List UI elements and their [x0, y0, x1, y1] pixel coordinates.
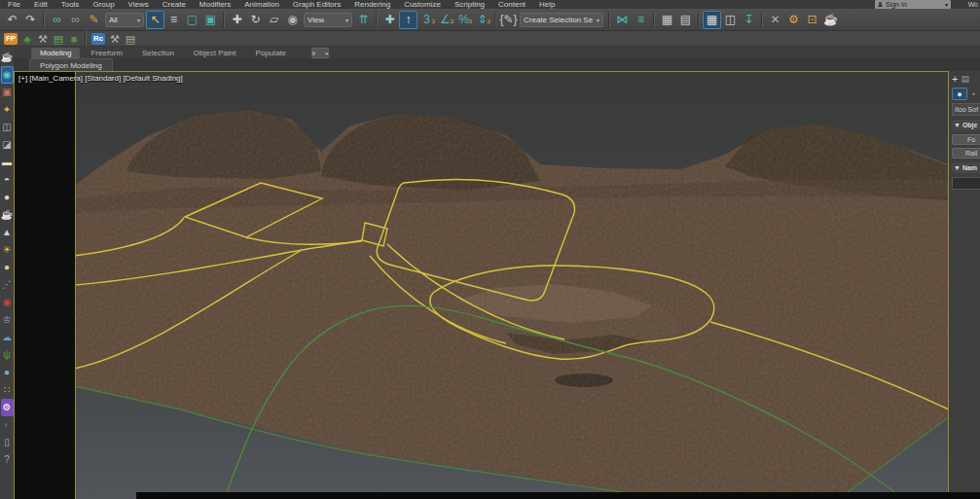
forest-button[interactable]: Fo: [952, 134, 980, 145]
layer-explorer-icon[interactable]: ▤: [676, 11, 695, 29]
ribbon-tab-populate[interactable]: Populate: [246, 48, 295, 58]
menu-item-content[interactable]: Content: [498, 0, 526, 9]
menu-item-edit[interactable]: Edit: [34, 0, 48, 9]
menu-item-create[interactable]: Create: [163, 0, 186, 9]
selection-filter-dropdown[interactable]: All▾: [105, 13, 144, 27]
ribbon-tab-modeling[interactable]: Modeling: [31, 48, 80, 58]
select-and-scale-icon[interactable]: ▱: [265, 11, 283, 29]
purple-gear-icon[interactable]: ⚙: [1, 399, 14, 416]
viewport-scene[interactable]: [75, 72, 949, 499]
primitive-box-icon[interactable]: ▬: [1, 154, 14, 171]
railclone-button[interactable]: Rail: [952, 148, 980, 159]
render-teapot-icon[interactable]: ☕: [1, 49, 14, 66]
sun-light-icon[interactable]: ☀: [1, 241, 14, 259]
workspace-dropdown-partial[interactable]: Wo: [968, 1, 978, 8]
forest-pack-icon[interactable]: FP: [4, 33, 18, 45]
category-dropdown[interactable]: Itoo Sof: [952, 103, 980, 116]
reference-coordinate-system-dropdown[interactable]: View▾: [304, 13, 352, 27]
named-selection-sets-dropdown[interactable]: Create Selection Se▾: [520, 13, 603, 27]
primitive-teapot-icon[interactable]: ☕: [1, 206, 14, 224]
ribbon-tab-selection[interactable]: Selection: [133, 48, 183, 58]
chevron-down-icon[interactable]: ▾: [945, 1, 948, 8]
railclone-library-icon[interactable]: ▤: [123, 32, 138, 46]
primitive-cone-icon[interactable]: ▲: [1, 224, 14, 241]
ribbon-tab-freeform[interactable]: Freeform: [82, 48, 130, 58]
rendered-frame-window-icon[interactable]: ⊡: [803, 11, 821, 29]
menu-item-modifiers[interactable]: Modifiers: [200, 0, 231, 9]
forest-tools-icon[interactable]: ⚒: [35, 32, 51, 46]
window-crossing-icon[interactable]: ▣: [201, 11, 220, 29]
menu-item-help[interactable]: Help: [539, 0, 555, 9]
add-tab-icon[interactable]: +: [952, 73, 958, 85]
physx-cloud-icon[interactable]: ☁: [1, 329, 14, 346]
align-icon[interactable]: ≡: [632, 11, 650, 29]
dark-sphere-icon[interactable]: ◐: [1, 416, 14, 434]
select-by-name-icon[interactable]: ≡: [164, 11, 183, 29]
undo-icon[interactable]: ↶: [3, 11, 21, 29]
scene-explorer-icon[interactable]: ▦: [658, 11, 676, 29]
select-and-rotate-icon[interactable]: ↻: [246, 11, 265, 29]
menu-item-customize[interactable]: Customize: [404, 0, 441, 9]
forest-library-icon[interactable]: ▤: [51, 32, 66, 46]
railclone-tools-icon[interactable]: ⚒: [107, 32, 123, 46]
sphere-light-icon[interactable]: ●: [1, 259, 14, 276]
menu-item-file[interactable]: File: [8, 0, 20, 9]
camera-sound-icon[interactable]: ◪: [1, 136, 14, 154]
percent-snap-icon[interactable]: %ɔ: [454, 11, 473, 29]
physics-spheres-icon[interactable]: ◉: [1, 294, 14, 311]
render-frame-icon[interactable]: ▣: [1, 84, 14, 101]
ribbon-display-toggle[interactable]: [311, 48, 329, 58]
render-production-icon[interactable]: ☕: [821, 11, 840, 29]
menu-item-group[interactable]: Group: [92, 0, 114, 9]
menu-item-scripting[interactable]: Scripting: [454, 0, 485, 9]
rectangular-selection-region-icon[interactable]: ▢: [183, 11, 201, 29]
object-name-field[interactable]: [952, 177, 980, 190]
create-shapes-icon[interactable]: ◔: [970, 89, 975, 99]
ribbon-toggle-icon[interactable]: ▦: [703, 11, 721, 29]
snap-toggle-3d-icon[interactable]: 3ɔ: [417, 11, 436, 29]
select-object-icon[interactable]: ↖: [146, 11, 164, 29]
railclone-icon[interactable]: Rc: [91, 33, 105, 45]
primitive-dome-icon[interactable]: ◓: [1, 171, 14, 189]
menu-item-graph-editors[interactable]: Graph Editors: [293, 0, 341, 9]
particle-flow-icon[interactable]: ♔: [1, 311, 14, 329]
bind-space-warp-icon[interactable]: ✎: [85, 11, 103, 29]
keyboard-shortcut-override-icon[interactable]: ↑: [399, 11, 417, 29]
help-icon[interactable]: ?: [1, 451, 14, 469]
mirror-icon[interactable]: ⋈: [613, 11, 632, 29]
schematic-view-icon[interactable]: ↧: [740, 11, 758, 29]
select-link-icon[interactable]: ∞: [48, 11, 66, 29]
blue-sphere-icon[interactable]: ●: [1, 364, 14, 381]
select-and-place-icon[interactable]: ◉: [283, 11, 302, 29]
forest-trees-icon[interactable]: ♣: [19, 32, 35, 46]
forest-surface-icon[interactable]: ■: [66, 32, 82, 46]
object-type-rollout[interactable]: ▼ Obje: [952, 120, 980, 130]
create-geometry-icon[interactable]: ●: [952, 88, 967, 100]
use-pivot-point-center-icon[interactable]: ⇈: [354, 11, 373, 29]
color-balls-icon[interactable]: ∷: [1, 381, 14, 399]
primitive-sphere-icon[interactable]: ●: [1, 189, 14, 206]
render-setup-icon[interactable]: ⚙: [784, 11, 803, 29]
particle-rain-icon[interactable]: ⋰: [1, 276, 14, 294]
menu-item-views[interactable]: Views: [128, 0, 149, 9]
curve-editor-icon[interactable]: ◫: [721, 11, 740, 29]
ribbon-tab-object-paint[interactable]: Object Paint: [185, 48, 245, 58]
spinner-snap-icon[interactable]: ⇕ɔ: [473, 11, 491, 29]
viewport-label[interactable]: [+] [Main_Camera] [Standard] [Default Sh…: [18, 74, 183, 83]
unlink-selection-icon[interactable]: ∞: [66, 11, 85, 29]
redo-icon[interactable]: ↷: [21, 11, 40, 29]
menu-item-rendering[interactable]: Rendering: [354, 0, 390, 9]
sign-in-button[interactable]: Sign In ▾: [875, 0, 951, 9]
panel-tab-icon[interactable]: ▤: [961, 74, 969, 84]
isolate-selection-icon[interactable]: ✕: [766, 11, 784, 29]
polygon-modeling-panel[interactable]: Polygon Modeling: [29, 58, 113, 71]
light-lister-icon[interactable]: ✦: [1, 101, 14, 119]
camera-viewport[interactable]: [+] [Main_Camera] [Standard] [Default Sh…: [14, 71, 949, 499]
hair-grass-icon[interactable]: ψ: [1, 346, 14, 364]
select-and-manipulate-icon[interactable]: ✚: [381, 11, 399, 29]
camera-sequencer-icon[interactable]: ◫: [1, 119, 14, 136]
select-and-move-icon[interactable]: ✚: [228, 11, 246, 29]
edit-named-selection-sets-icon[interactable]: {✎}: [499, 11, 518, 29]
battery-icon[interactable]: ▯: [1, 434, 14, 451]
active-shade-icon[interactable]: ◉: [1, 66, 14, 84]
